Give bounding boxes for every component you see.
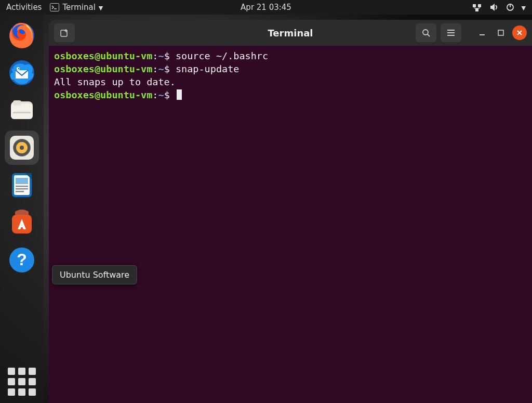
svg-text:?: ?: [17, 250, 27, 269]
dock-tooltip: Ubuntu Software: [52, 265, 137, 284]
activities-button[interactable]: Activities: [6, 3, 42, 12]
clock[interactable]: Apr 21 03:45: [241, 3, 291, 12]
chevron-down-icon: ▼: [99, 5, 103, 11]
new-tab-icon: [60, 28, 69, 37]
svg-rect-17: [13, 100, 21, 106]
dock-item-libreoffice-writer[interactable]: [6, 170, 37, 201]
svg-point-21: [16, 142, 28, 153]
search-icon: [421, 28, 431, 37]
dock-item-ubuntu-software[interactable]: [6, 207, 37, 238]
svg-rect-27: [16, 178, 28, 184]
close-button[interactable]: [512, 25, 527, 40]
system-menu-chevron-icon[interactable]: ▼: [522, 5, 526, 11]
terminal-icon: [50, 3, 59, 11]
volume-icon[interactable]: [489, 3, 499, 11]
svg-point-20: [13, 139, 31, 157]
new-tab-button[interactable]: [54, 23, 75, 42]
dock-item-help[interactable]: ?: [6, 244, 37, 276]
svg-rect-29: [16, 188, 28, 190]
svg-point-14: [18, 68, 20, 70]
svg-rect-32: [19, 226, 24, 227]
svg-point-23: [13, 139, 31, 157]
svg-rect-0: [50, 4, 59, 11]
hamburger-icon: [446, 29, 456, 36]
hamburger-menu-button[interactable]: [441, 23, 461, 42]
maximize-button[interactable]: [494, 25, 508, 40]
dock-item-files[interactable]: [6, 95, 37, 126]
svg-line-39: [428, 34, 430, 36]
search-button[interactable]: [416, 23, 436, 42]
top-bar: Activities Terminal ▼ Apr 21 03:45 ▼: [0, 0, 532, 15]
svg-point-38: [423, 30, 428, 35]
close-icon: [516, 29, 523, 36]
svg-rect-28: [16, 186, 28, 187]
maximize-icon: [497, 29, 504, 36]
svg-rect-3: [478, 4, 481, 7]
window-title: Terminal: [268, 28, 313, 38]
network-icon[interactable]: [472, 3, 482, 12]
minimize-icon: [478, 29, 486, 36]
svg-rect-4: [475, 8, 478, 11]
dock-item-rhythmbox[interactable]: [6, 132, 37, 163]
titlebar: Terminal: [49, 20, 532, 46]
terminal-window: Terminal osboxes@ubuntu-vm:~$ source ~/.…: [49, 20, 532, 403]
minimize-button[interactable]: [475, 25, 489, 40]
svg-point-22: [20, 146, 24, 150]
dock-item-firefox[interactable]: [6, 20, 37, 51]
svg-rect-44: [498, 30, 503, 35]
svg-rect-18: [13, 112, 31, 113]
show-applications-button[interactable]: [8, 368, 36, 396]
app-menu-label: Terminal: [62, 3, 95, 12]
svg-rect-16: [11, 103, 33, 119]
terminal-body[interactable]: osboxes@ubuntu-vm:~$ source ~/.bashrcosb…: [49, 46, 532, 403]
dock-item-thunderbird[interactable]: [6, 57, 37, 88]
svg-rect-30: [16, 191, 24, 192]
svg-rect-2: [473, 4, 476, 7]
dock: ?: [0, 15, 44, 403]
svg-rect-19: [10, 136, 34, 160]
app-menu[interactable]: Terminal ▼: [50, 3, 103, 12]
power-icon[interactable]: [506, 3, 514, 11]
